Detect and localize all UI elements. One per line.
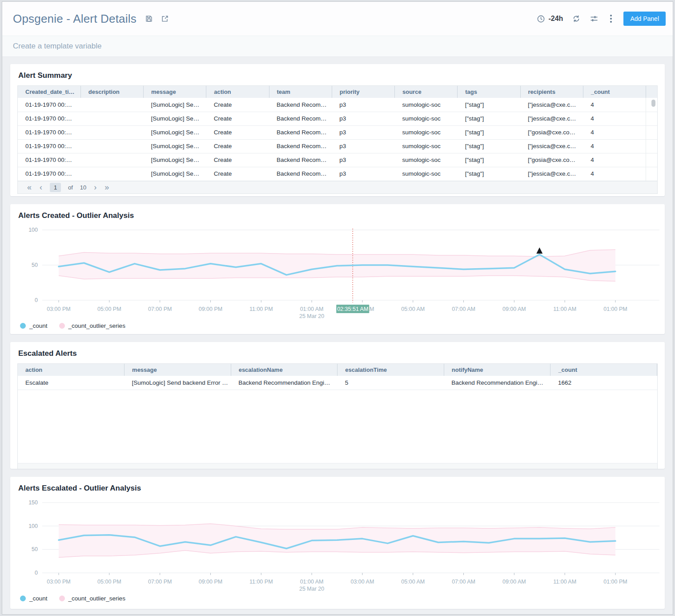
- first-page-button[interactable]: «: [23, 183, 36, 191]
- column-header--count[interactable]: _count: [583, 86, 646, 98]
- table-row[interactable]: 01-19-1970 00:…[SumoLogic] Se…CreateBack…: [18, 153, 657, 167]
- last-page-button[interactable]: »: [100, 183, 113, 191]
- table-cell: [SumoLogic] Se…: [144, 153, 206, 167]
- table-cell: ["stag"]: [458, 125, 520, 139]
- table-cell: ["stag"]: [458, 167, 520, 181]
- next-page-button[interactable]: ›: [90, 183, 100, 191]
- table-cell: ["jessica@cxe.c…: [520, 167, 583, 181]
- svg-text:150: 150: [28, 499, 38, 506]
- table-cell: [80, 139, 143, 153]
- column-header-priority[interactable]: priority: [332, 86, 394, 98]
- svg-text:07:00 PM: 07:00 PM: [148, 579, 172, 585]
- legend-dot: [59, 596, 65, 601]
- svg-text:01:00 AM: 01:00 AM: [300, 306, 324, 312]
- column-header-message[interactable]: message: [144, 86, 206, 98]
- legend-item-_count[interactable]: _count: [20, 322, 48, 329]
- prev-page-button[interactable]: ‹: [36, 183, 46, 191]
- legend-dot: [59, 323, 65, 329]
- column-header-description[interactable]: description: [80, 86, 143, 98]
- table-row[interactable]: 01-19-1970 00:…[SumoLogic] Se…CreateBack…: [18, 167, 657, 181]
- escalated-alerts-table: actionmessageescalationNameescalationTim…: [17, 363, 658, 469]
- svg-text:01:00 AM: 01:00 AM: [300, 579, 324, 585]
- svg-text:11:00 PM: 11:00 PM: [249, 579, 273, 585]
- refresh-icon[interactable]: [572, 14, 581, 23]
- column-header-message[interactable]: message: [125, 364, 231, 376]
- scrollbar-gutter: [646, 167, 658, 181]
- svg-text:03:00 PM: 03:00 PM: [47, 306, 71, 312]
- table-cell: 01-19-1970 00:…: [18, 112, 80, 125]
- table-cell: 1662: [550, 376, 657, 390]
- table-cell: [SumoLogic] Se…: [144, 167, 206, 181]
- create-template-variable-bar[interactable]: Create a template variable: [2, 36, 673, 57]
- page-of-label: of: [68, 184, 73, 191]
- column-header-team[interactable]: team: [269, 86, 332, 98]
- chart-legend: _count_count_outlier_series: [17, 320, 658, 329]
- table-cell: Backend Recom…: [269, 112, 332, 125]
- table-cell: sumologic-soc: [395, 139, 458, 153]
- legend-item-_count_outlier_series[interactable]: _count_outlier_series: [59, 595, 125, 602]
- table-row[interactable]: 01-19-1970 00:…[SumoLogic] Se…CreateBack…: [18, 125, 657, 139]
- column-header-created-date-ti-[interactable]: Created_date_ti…: [18, 86, 80, 98]
- current-page-box[interactable]: 1: [50, 183, 61, 192]
- table-cell: Backend Recom…: [269, 139, 332, 153]
- svg-text:09:00 AM: 09:00 AM: [502, 579, 526, 585]
- alerts-escalated-outlier-svg: 05010015003:00 PM05:00 PM07:00 PM09:00 P…: [17, 498, 662, 592]
- column-header-tags[interactable]: tags: [458, 86, 520, 98]
- table-cell: ["jessica@cxe.c…: [520, 98, 583, 112]
- table-row[interactable]: 01-19-1970 00:…[SumoLogic] Se…CreateBack…: [18, 139, 657, 153]
- svg-text:11:00 AM: 11:00 AM: [553, 579, 576, 585]
- table-cell: ["gosia@cxe.co…: [520, 125, 583, 139]
- settings-sliders-icon[interactable]: [590, 14, 599, 23]
- scrollbar-gutter: [646, 125, 658, 139]
- column-header--count[interactable]: _count: [550, 364, 657, 376]
- table-row[interactable]: Escalate[SumoLogic] Send backend Error ……: [18, 376, 657, 390]
- table-cell: 4: [583, 153, 646, 167]
- top-header: Opsgenie - Alert Details -: [2, 2, 673, 36]
- scrollbar-gutter: [646, 153, 658, 167]
- table-row[interactable]: 01-19-1970 00:…[SumoLogic] Se…CreateBack…: [18, 98, 657, 112]
- table-cell: [SumoLogic] Se…: [144, 112, 206, 125]
- svg-text:25 Mar 20: 25 Mar 20: [299, 586, 324, 592]
- table-cell: 01-19-1970 00:…: [18, 153, 80, 167]
- svg-text:11:00 AM: 11:00 AM: [553, 306, 576, 312]
- more-options-icon[interactable]: [607, 13, 615, 24]
- column-header-action[interactable]: action: [206, 86, 269, 98]
- table-cell: ["jessica@cxe.c…: [520, 139, 583, 153]
- add-panel-button[interactable]: Add Panel: [623, 12, 666, 26]
- time-range-picker[interactable]: -24h: [536, 14, 563, 23]
- table-cell: Backend Recom…: [269, 153, 332, 167]
- pagination-bar: « ‹ 1 of 10 › »: [18, 181, 657, 193]
- alert-summary-table: Created_date_ti…descriptionmessageaction…: [17, 85, 658, 194]
- column-header-source[interactable]: source: [395, 86, 458, 98]
- legend-item-_count_outlier_series[interactable]: _count_outlier_series: [59, 322, 125, 329]
- svg-text:05:00 PM: 05:00 PM: [97, 579, 121, 585]
- table-cell: ["jessica@cxe.c…: [520, 112, 583, 125]
- table-cell: sumologic-soc: [395, 125, 458, 139]
- svg-text:02:35:51 AM: 02:35:51 AM: [337, 306, 368, 312]
- table-cell: [80, 112, 143, 125]
- svg-text:11:00 PM: 11:00 PM: [249, 306, 273, 312]
- time-range-value: -24h: [548, 15, 563, 23]
- page-title: Opsgenie - Alert Details: [13, 12, 137, 26]
- dashboard-body: Alert Summary Created_date_ti…descriptio…: [2, 57, 673, 609]
- table-cell: [SumoLogic] Send backend Error …: [125, 376, 231, 390]
- column-header-action[interactable]: action: [18, 364, 125, 376]
- column-header-escalationtime[interactable]: escalationTime: [338, 364, 444, 376]
- panel-alerts-escalated-outlier: Alerts Escalated - Outlier Analysis 0501…: [10, 477, 665, 609]
- table-cell: ["stag"]: [458, 153, 520, 167]
- svg-text:07:00 AM: 07:00 AM: [452, 306, 475, 312]
- svg-text:03:00 PM: 03:00 PM: [47, 579, 71, 585]
- table-cell: Backend Recommendation Engi…: [231, 376, 338, 390]
- column-header-escalationname[interactable]: escalationName: [231, 364, 338, 376]
- table-empty-area: [18, 390, 657, 463]
- outlier-triangle-marker: [536, 247, 542, 254]
- table-row[interactable]: 01-19-1970 00:…[SumoLogic] Se…CreateBack…: [18, 112, 657, 125]
- table-cell: sumologic-soc: [395, 98, 458, 112]
- legend-item-_count[interactable]: _count: [20, 595, 48, 602]
- export-icon[interactable]: [161, 14, 169, 23]
- table-cell: ["stag"]: [458, 139, 520, 153]
- column-header-recipients[interactable]: recipients: [520, 86, 583, 98]
- save-icon[interactable]: [145, 14, 153, 23]
- table-scrollbar-thumb[interactable]: [651, 100, 655, 107]
- column-header-notifyname[interactable]: notifyName: [444, 364, 550, 376]
